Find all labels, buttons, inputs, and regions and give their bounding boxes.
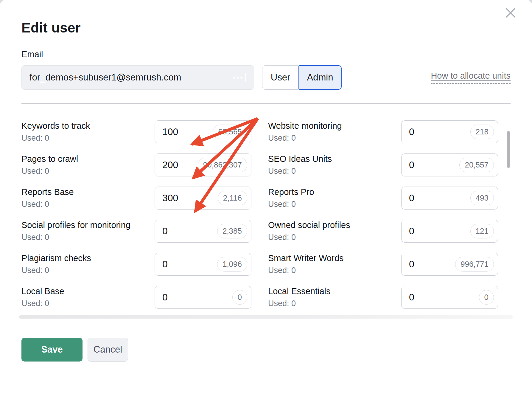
how-to-allocate-units-link[interactable]: How to allocate units (431, 71, 511, 84)
horizontal-scrollbar[interactable] (19, 315, 513, 319)
unit-name: Reports Base (21, 187, 74, 197)
unit-name: Keywords to track (21, 121, 90, 131)
unit-row-smart-writer-words: Smart Writer Words Used: 0 0 996,771 (268, 253, 498, 276)
unit-limit-input[interactable]: 0 121 (401, 220, 498, 243)
unit-value: 300 (162, 193, 178, 204)
unit-limit-input[interactable]: 200 90,862,307 (155, 153, 251, 176)
unit-name: Website monitoring (268, 121, 342, 131)
unit-value: 200 (162, 159, 178, 170)
unit-used: Used: 0 (268, 266, 344, 275)
unit-value: 0 (162, 259, 168, 270)
cancel-button[interactable]: Cancel (88, 338, 128, 362)
unit-value: 0 (409, 259, 414, 270)
unit-total-badge: 20,557 (459, 158, 494, 172)
unit-total-badge: 218 (470, 125, 494, 139)
unit-row-website-monitoring: Website monitoring Used: 0 0 218 (268, 120, 498, 143)
text-cursor-ellipsis-icon: ••• (233, 73, 246, 82)
unit-name: Social profiles for monitoring (21, 220, 130, 230)
unit-total-badge: 0 (479, 290, 494, 305)
unit-row-seo-ideas-units: SEO Ideas Units Used: 0 0 20,557 (268, 153, 498, 176)
unit-row-social-profiles-monitoring: Social profiles for monitoring Used: 0 0… (21, 220, 251, 243)
unit-limit-input[interactable]: 0 1,096 (155, 253, 251, 276)
close-button[interactable] (504, 7, 517, 20)
unit-value: 100 (162, 126, 178, 137)
save-button[interactable]: Save (21, 338, 83, 362)
unit-name: Local Base (21, 286, 64, 296)
unit-used: Used: 0 (21, 299, 64, 308)
unit-name: Local Essentials (268, 286, 331, 296)
unit-total-badge: 996,771 (455, 257, 494, 272)
unit-total-badge: 68,565 (213, 125, 247, 139)
unit-limit-input[interactable]: 0 493 (401, 187, 498, 210)
unit-value: 0 (409, 193, 414, 204)
unit-limit-input[interactable]: 0 2,385 (155, 220, 251, 243)
unit-value: 0 (162, 292, 168, 303)
unit-total-badge: 2,385 (217, 224, 247, 238)
unit-row-owned-social-profiles: Owned social profiles Used: 0 0 121 (268, 220, 498, 243)
unit-row-reports-pro: Reports Pro Used: 0 0 493 (268, 187, 498, 210)
unit-used: Used: 0 (21, 266, 91, 275)
unit-total-badge: 90,862,307 (198, 158, 247, 172)
unit-row-local-base: Local Base Used: 0 0 0 (21, 286, 251, 309)
unit-name: Owned social profiles (268, 220, 350, 230)
unit-limit-input[interactable]: 0 0 (401, 286, 498, 309)
unit-name: Smart Writer Words (268, 253, 344, 263)
unit-used: Used: 0 (21, 134, 90, 143)
email-input[interactable]: for_demos+subuser1@semrush.com ••• (21, 65, 254, 90)
unit-limit-input[interactable]: 0 0 (155, 286, 251, 309)
unit-limit-input[interactable]: 0 996,771 (401, 253, 498, 276)
email-row: for_demos+subuser1@semrush.com ••• User … (21, 65, 511, 90)
close-icon (505, 7, 516, 19)
unit-total-badge: 2,116 (218, 191, 247, 205)
unit-limit-input[interactable]: 0 218 (401, 120, 498, 143)
unit-name: Reports Pro (268, 187, 314, 197)
unit-value: 0 (409, 226, 414, 237)
unit-used: Used: 0 (21, 167, 78, 176)
email-value: for_demos+subuser1@semrush.com (29, 72, 181, 83)
role-option-admin[interactable]: Admin (298, 65, 342, 90)
unit-row-pages-to-crawl: Pages to crawl Used: 0 200 90,862,307 (21, 153, 251, 176)
unit-total-badge: 1,096 (217, 257, 247, 272)
unit-row-reports-base: Reports Base Used: 0 300 2,116 (21, 187, 251, 210)
edit-user-dialog: Edit user Email for_demos+subuser1@semru… (0, 0, 532, 394)
role-option-user[interactable]: User (262, 65, 298, 90)
page-title: Edit user (21, 20, 511, 36)
unit-total-badge: 0 (232, 290, 247, 305)
unit-used: Used: 0 (268, 299, 331, 308)
unit-value: 0 (162, 226, 168, 237)
unit-value: 0 (409, 159, 414, 170)
unit-value: 0 (409, 126, 414, 137)
unit-used: Used: 0 (268, 167, 332, 176)
unit-row-local-essentials: Local Essentials Used: 0 0 0 (268, 286, 498, 309)
vertical-scrollbar[interactable] (507, 131, 510, 168)
role-toggle: User Admin (262, 65, 342, 90)
unit-value: 0 (409, 292, 414, 303)
unit-used: Used: 0 (268, 233, 350, 242)
unit-limit-input[interactable]: 0 20,557 (401, 153, 498, 176)
unit-limit-input[interactable]: 300 2,116 (155, 187, 251, 210)
unit-used: Used: 0 (21, 200, 74, 209)
unit-used: Used: 0 (268, 134, 342, 143)
unit-row-keywords-to-track: Keywords to track Used: 0 100 68,565 (21, 120, 251, 143)
dialog-footer: Save Cancel (21, 338, 511, 362)
unit-name: Plagiarism checks (21, 253, 91, 263)
unit-name: Pages to crawl (21, 154, 78, 164)
unit-limit-input[interactable]: 100 68,565 (155, 120, 251, 143)
unit-name: SEO Ideas Units (268, 154, 332, 164)
unit-row-plagiarism-checks: Plagiarism checks Used: 0 0 1,096 (21, 253, 251, 276)
email-label: Email (21, 49, 511, 59)
unit-total-badge: 121 (470, 224, 494, 238)
units-grid: Keywords to track Used: 0 100 68,565 Web… (0, 104, 532, 309)
unit-used: Used: 0 (21, 233, 130, 242)
unit-total-badge: 493 (470, 191, 494, 205)
unit-used: Used: 0 (268, 200, 314, 209)
